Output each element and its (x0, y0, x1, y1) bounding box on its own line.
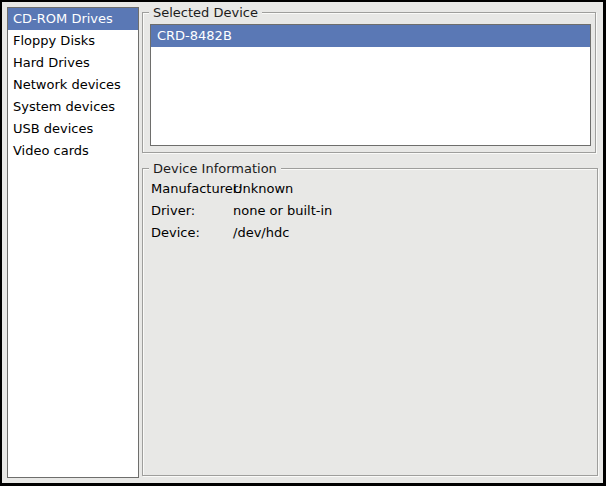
category-item-usb-devices[interactable]: USB devices (8, 118, 138, 140)
category-item-hard-drives[interactable]: Hard Drives (8, 52, 138, 74)
field-label-manufacturer: Manufacturer: (151, 178, 233, 200)
device-list-item-crd-8482b[interactable]: CRD-8482B (151, 25, 590, 47)
category-item-video-cards[interactable]: Video cards (8, 140, 138, 162)
field-label-device: Device: (151, 222, 233, 244)
hardware-browser-window: CD-ROM Drives Floppy Disks Hard Drives N… (0, 0, 606, 486)
field-label-driver: Driver: (151, 200, 233, 222)
selected-device-frame: Selected Device CRD-8482B (142, 12, 596, 153)
category-item-system-devices[interactable]: System devices (8, 96, 138, 118)
field-value-manufacturer: Unknown (233, 178, 332, 200)
category-item-floppy-disks[interactable]: Floppy Disks (8, 30, 138, 52)
device-information-fields: Manufacturer: Unknown Driver: none or bu… (151, 178, 332, 244)
selected-device-list: CRD-8482B (150, 24, 591, 146)
field-value-driver: none or built-in (233, 200, 332, 222)
device-information-frame-label: Device Information (149, 161, 281, 176)
category-item-cdrom-drives[interactable]: CD-ROM Drives (8, 8, 138, 30)
selected-device-frame-label: Selected Device (149, 5, 262, 20)
field-value-device: /dev/hdc (233, 222, 332, 244)
device-information-frame: Device Information Manufacturer: Unknown… (142, 168, 598, 476)
device-category-list: CD-ROM Drives Floppy Disks Hard Drives N… (7, 7, 139, 478)
category-item-network-devices[interactable]: Network devices (8, 74, 138, 96)
